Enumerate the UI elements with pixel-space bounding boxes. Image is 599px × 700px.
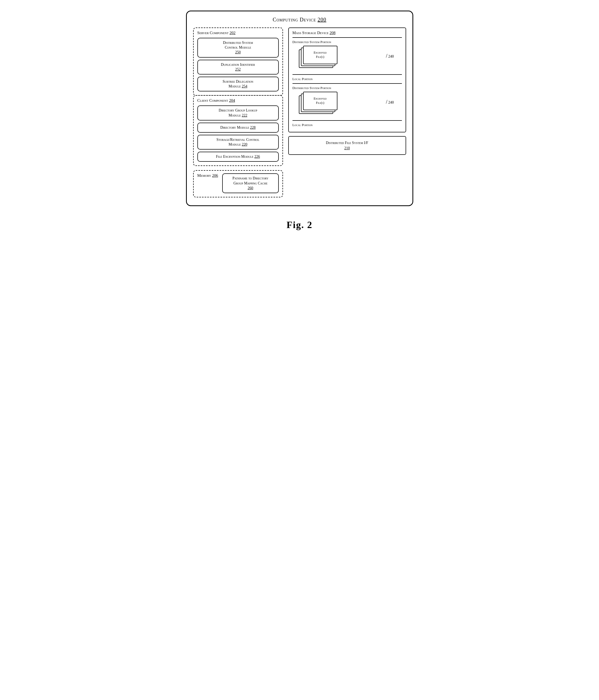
module-duplication-identifier: Duplication Identifier252 bbox=[197, 60, 279, 75]
module-distributed-system-control: Distributed SystemControl Module250 bbox=[197, 38, 279, 58]
distributed-portion-2: Distributed System Portion EncryptedFile… bbox=[293, 83, 402, 118]
module-file-encryption: File Encryption Module 226 bbox=[197, 152, 279, 162]
memory-box: Memory 206 Pathname to DirectoryGroup Ma… bbox=[193, 170, 283, 197]
encrypted-stack-1: EncryptedFile(s) / 240 bbox=[298, 46, 397, 72]
stack-num-1: / 240 bbox=[386, 53, 394, 59]
mass-storage-title: Mass Storage Device 208 bbox=[293, 31, 402, 35]
dfs-box: Distributed File System I/F 210 bbox=[288, 136, 406, 155]
left-column: Server Component 202 Distributed SystemC… bbox=[193, 27, 283, 197]
module-subtree-delegation: Subtree DelegationModule 254 bbox=[197, 77, 279, 92]
local-portion-1: Local Portion bbox=[293, 74, 402, 82]
module-directory-group-lookup: Directory Group LookupModule 222 bbox=[197, 105, 279, 120]
stack-num-2: / 240 bbox=[386, 99, 394, 105]
distributed-portion-1: Distributed System Portion EncryptedFile… bbox=[293, 37, 402, 72]
client-component-box: Client Component 204 Directory Group Loo… bbox=[193, 95, 283, 166]
local-portion-2: Local Portion bbox=[293, 120, 402, 128]
encrypted-stack-2: EncryptedFile(s) / 240 bbox=[298, 92, 397, 118]
client-label: Client Component 204 bbox=[197, 98, 279, 103]
server-component-box: Server Component 202 Distributed SystemC… bbox=[193, 27, 283, 96]
right-column: Mass Storage Device 208 Distributed Syst… bbox=[288, 27, 406, 155]
computing-device-box: Computing Device 200 Server Component 20… bbox=[186, 10, 413, 206]
module-directory: Directory Module 228 bbox=[197, 123, 279, 133]
outer-title: Computing Device 200 bbox=[193, 17, 406, 23]
module-pathname-cache: Pathname to DirectoryGroup Mapping Cache… bbox=[222, 173, 278, 193]
mass-storage-box: Mass Storage Device 208 Distributed Syst… bbox=[288, 27, 406, 132]
fig-label: Fig. 2 bbox=[287, 219, 313, 230]
main-row: Server Component 202 Distributed SystemC… bbox=[193, 27, 406, 197]
server-label: Server Component 202 bbox=[197, 31, 279, 35]
memory-label: Memory 206 bbox=[197, 173, 218, 178]
module-storage-retrieval: Storage/Retrieval ControlModule 220 bbox=[197, 135, 279, 150]
